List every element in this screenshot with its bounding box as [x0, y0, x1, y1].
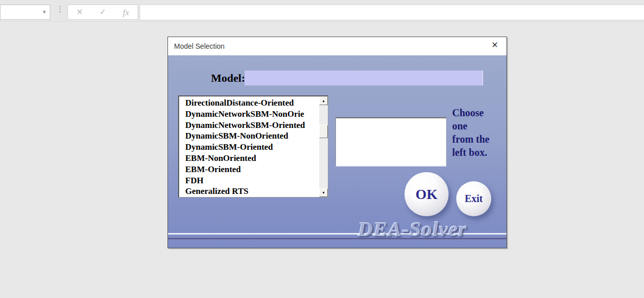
dialog-title: Model Selection [174, 42, 225, 50]
list-item[interactable]: EBM-NonOriented [185, 153, 319, 164]
excel-formula-bar: ▾ ⋮ ✕ ✓ fx [0, 0, 644, 22]
list-item[interactable]: DynamicSBM-Oriented [185, 142, 319, 153]
list-item[interactable]: DynamicNetworkSBM-Oriented [185, 120, 319, 131]
scroll-down-icon[interactable]: ▼ [319, 188, 328, 197]
list-item[interactable]: Generalized RTS [185, 186, 319, 197]
selected-model-box [335, 117, 447, 167]
list-item[interactable]: DynamicSBM-NonOriented [185, 130, 319, 142]
exit-button[interactable]: Exit [456, 181, 491, 216]
hint-line: left box. [452, 146, 506, 159]
hint-line: Choose [452, 106, 506, 119]
dialog-body: Model: DirectionalDistance-OrientedDynam… [168, 55, 506, 248]
list-item[interactable]: DynamicNetworkSBM-NonOrie [185, 109, 319, 120]
list-item[interactable]: FDH [185, 175, 319, 186]
list-item[interactable]: EBM-Oriented [185, 164, 319, 175]
close-icon[interactable]: ✕ [490, 41, 500, 51]
model-list-items: DirectionalDistance-OrientedDynamicNetwo… [179, 96, 319, 197]
ok-button[interactable]: OK [404, 172, 449, 216]
hint-line: one [452, 119, 506, 133]
model-label: Model: [198, 72, 245, 85]
hint-line: from the [452, 133, 506, 146]
hint-text: Chooseonefrom theleft box. [452, 106, 506, 159]
listbox-scrollbar[interactable]: ▲ ▼ [319, 96, 328, 197]
cancel-icon[interactable]: ✕ [71, 8, 88, 16]
dea-solver-logo: DEA-Solver [358, 217, 467, 241]
model-selection-dialog: Model Selection ✕ Model: DirectionalDist… [167, 37, 507, 248]
model-listbox[interactable]: DirectionalDistance-OrientedDynamicNetwo… [178, 95, 328, 197]
formula-buttons: ✕ ✓ fx [67, 5, 138, 20]
drag-handle-icon: ⋮ [56, 6, 63, 19]
insert-function-icon[interactable]: fx [117, 8, 134, 17]
name-box[interactable]: ▾ [0, 5, 50, 20]
scrollbar-thumb[interactable] [319, 125, 328, 138]
chevron-down-icon[interactable]: ▾ [43, 9, 46, 15]
model-input[interactable] [245, 71, 483, 86]
list-item[interactable]: DirectionalDistance-Oriented [185, 97, 319, 109]
enter-icon[interactable]: ✓ [94, 8, 111, 16]
scroll-up-icon[interactable]: ▲ [319, 96, 328, 105]
dialog-titlebar[interactable]: Model Selection ✕ [168, 37, 506, 55]
formula-input[interactable] [140, 5, 644, 20]
